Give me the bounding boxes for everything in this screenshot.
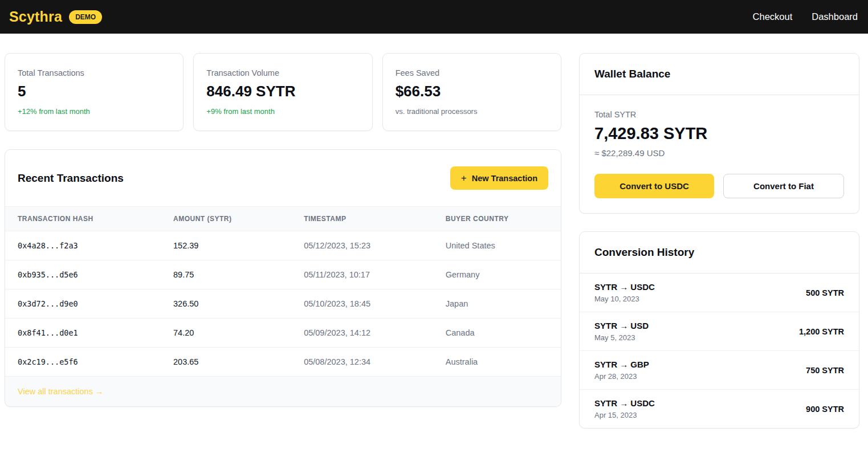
wallet-title: Wallet Balance [594,68,670,80]
amount-cell: 74.20 [161,319,291,348]
column-header: BUYER COUNTRY [433,207,561,231]
conversion-history-header: Conversion History [580,232,859,274]
main-content: Total Transactions5+12% from last monthT… [0,34,868,440]
new-transaction-button[interactable]: + New Transaction [450,166,548,190]
stat-label: Fees Saved [396,68,548,77]
conversion-pair-block: SYTR → USDCApr 15, 2023 [594,398,655,419]
stat-value: $66.53 [396,83,548,100]
amount-cell: 89.75 [161,260,291,289]
conversion-pair-block: SYTR → USDCMay 10, 2023 [594,282,655,303]
table-row: 0x8f41...d0e174.2005/09/2023, 14:12Canad… [5,319,561,348]
column-header: TRANSACTION HASH [5,207,161,231]
view-all-transactions-link[interactable]: View all transactions → [18,387,103,396]
buyer-country-cell: United States [433,231,561,260]
wallet-card-body: Total SYTR 7,429.83 SYTR ≈ $22,289.49 US… [580,95,859,213]
stat-label: Transaction Volume [206,68,359,77]
conversion-date: May 10, 2023 [594,295,655,303]
transactions-footer: View all transactions → [5,377,561,406]
stat-label: Total Transactions [18,68,170,77]
wallet-usd-value: ≈ $22,289.49 USD [594,148,844,158]
transaction-hash-cell: 0xb935...d5e6 [5,260,161,289]
stat-subtext: +12% from last month [18,107,170,116]
conversion-pair: SYTR → USDC [594,398,655,408]
timestamp-cell: 05/12/2023, 15:23 [291,231,433,260]
conversion-amount: 900 SYTR [806,405,844,414]
stat-card: Fees Saved$66.53vs. traditional processo… [382,53,561,131]
table-row: 0x4a28...f2a3152.3905/12/2023, 15:23Unit… [5,231,561,260]
buyer-country-cell: Japan [433,289,561,319]
nav-link-dashboard[interactable]: Dashboard [812,11,858,22]
conversion-pair: SYTR → GBP [594,360,649,369]
stat-value: 846.49 SYTR [206,83,359,100]
transactions-header: Recent Transactions + New Transaction [5,150,561,206]
table-row: 0xb935...d5e689.7505/11/2023, 10:17Germa… [5,260,561,289]
wallet-total-value: 7,429.83 SYTR [594,124,844,143]
amount-cell: 203.65 [161,348,291,377]
right-column: Wallet Balance Total SYTR 7,429.83 SYTR … [579,53,859,428]
transactions-table: TRANSACTION HASHAMOUNT (SYTR)TIMESTAMPBU… [5,206,561,377]
conversion-pair: SYTR → USDC [594,282,655,292]
transaction-hash-cell: 0x4a28...f2a3 [5,231,161,260]
list-item: SYTR → USDMay 5, 20231,200 SYTR [580,312,859,351]
convert-to-usdc-button[interactable]: Convert to USDC [594,174,714,198]
column-header: TIMESTAMP [291,207,433,231]
amount-cell: 152.39 [161,231,291,260]
timestamp-cell: 05/10/2023, 18:45 [291,289,433,319]
nav-link-checkout[interactable]: Checkout [753,11,793,22]
timestamp-cell: 05/08/2023, 12:34 [291,348,433,377]
conversion-pair-block: SYTR → USDMay 5, 2023 [594,321,649,342]
top-bar: Scythra DEMO Checkout Dashboard [0,0,868,34]
conversion-amount: 1,200 SYTR [799,327,844,336]
plus-icon: + [461,173,467,183]
transactions-table-head: TRANSACTION HASHAMOUNT (SYTR)TIMESTAMPBU… [5,207,561,231]
conversion-history-card: Conversion History SYTR → USDCMay 10, 20… [579,231,859,428]
transactions-table-body: 0x4a28...f2a3152.3905/12/2023, 15:23Unit… [5,231,561,377]
amount-cell: 326.50 [161,289,291,319]
transaction-hash-cell: 0x2c19...e5f6 [5,348,161,377]
buyer-country-cell: Canada [433,319,561,348]
wallet-card-header: Wallet Balance [580,54,859,95]
timestamp-cell: 05/09/2023, 14:12 [291,319,433,348]
table-header-row: TRANSACTION HASHAMOUNT (SYTR)TIMESTAMPBU… [5,207,561,231]
conversion-history-title: Conversion History [594,246,694,258]
stat-subtext: +9% from last month [206,107,359,116]
timestamp-cell: 05/11/2023, 10:17 [291,260,433,289]
conversion-amount: 750 SYTR [806,366,844,375]
stats-grid: Total Transactions5+12% from last monthT… [5,53,561,131]
recent-transactions-card: Recent Transactions + New Transaction TR… [5,149,561,407]
list-item: SYTR → GBPApr 28, 2023750 SYTR [580,351,859,390]
transaction-hash-cell: 0x3d72...d9e0 [5,289,161,319]
wallet-actions: Convert to USDC Convert to Fiat [594,174,844,198]
conversion-date: Apr 28, 2023 [594,372,649,381]
column-header: AMOUNT (SYTR) [161,207,291,231]
buyer-country-cell: Australia [433,348,561,377]
buyer-country-cell: Germany [433,260,561,289]
table-row: 0x2c19...e5f6203.6505/08/2023, 12:34Aust… [5,348,561,377]
transaction-hash-cell: 0x8f41...d0e1 [5,319,161,348]
stat-card: Total Transactions5+12% from last month [5,53,184,131]
conversion-date: Apr 15, 2023 [594,411,655,419]
transactions-title: Recent Transactions [18,172,124,185]
conversion-pair-block: SYTR → GBPApr 28, 2023 [594,360,649,381]
convert-to-fiat-button[interactable]: Convert to Fiat [723,174,844,198]
left-column: Total Transactions5+12% from last monthT… [5,53,561,407]
wallet-total-label: Total SYTR [594,110,844,119]
conversion-pair: SYTR → USD [594,321,649,330]
top-nav: Checkout Dashboard [753,11,858,22]
demo-badge: DEMO [69,10,102,24]
list-item: SYTR → USDCApr 15, 2023900 SYTR [580,390,859,428]
conversion-amount: 500 SYTR [806,288,844,297]
stat-subtext: vs. traditional processors [396,107,548,116]
new-transaction-label: New Transaction [472,174,537,183]
stat-card: Transaction Volume846.49 SYTR+9% from la… [193,53,372,131]
conversion-date: May 5, 2023 [594,333,649,342]
wallet-balance-card: Wallet Balance Total SYTR 7,429.83 SYTR … [579,53,859,214]
brand-logo: Scythra [9,9,62,25]
conversion-history-list: SYTR → USDCMay 10, 2023500 SYTRSYTR → US… [580,274,859,428]
stat-value: 5 [18,83,170,100]
table-row: 0x3d72...d9e0326.5005/10/2023, 18:45Japa… [5,289,561,319]
list-item: SYTR → USDCMay 10, 2023500 SYTR [580,274,859,312]
